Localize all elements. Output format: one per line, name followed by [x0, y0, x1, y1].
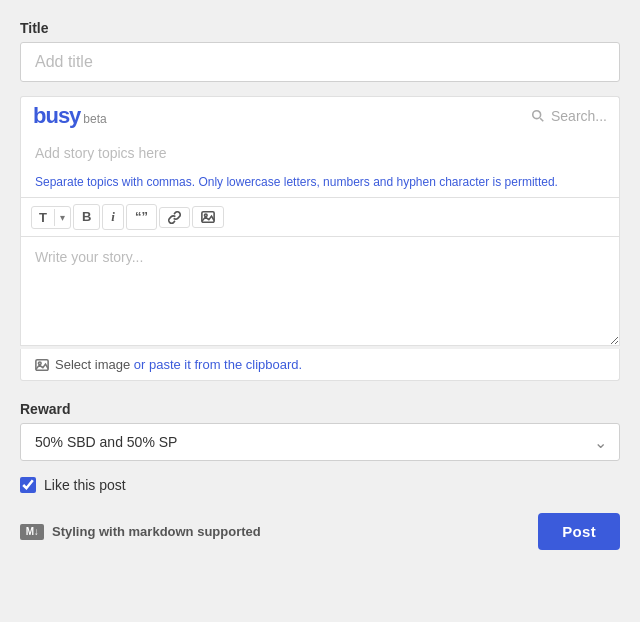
title-input[interactable] — [20, 42, 620, 82]
editor-toolbar: T ▾ B i “” — [20, 197, 620, 236]
image-select-text: Select image or paste it from the clipbo… — [55, 357, 302, 372]
bold-button[interactable]: B — [73, 204, 100, 230]
markdown-label: Styling with markdown supported — [52, 524, 261, 539]
svg-point-0 — [533, 111, 541, 119]
svg-line-1 — [540, 118, 543, 121]
text-style-button[interactable]: T — [32, 207, 54, 228]
topics-hint: Separate topics with commas. Only lowerc… — [20, 171, 620, 197]
svg-point-3 — [204, 214, 207, 217]
image-select-icon — [35, 358, 49, 372]
reward-label: Reward — [20, 401, 620, 417]
busy-logo-text: busy — [33, 103, 80, 129]
svg-point-5 — [39, 362, 42, 365]
text-style-arrow[interactable]: ▾ — [54, 209, 70, 226]
busy-bar: busy beta Search... — [20, 96, 620, 135]
markdown-badge: M↓ Styling with markdown supported — [20, 524, 261, 540]
like-row: Like this post — [20, 477, 620, 493]
reward-select[interactable]: 50% SBD and 50% SP 100% SP Decline Payou… — [21, 424, 619, 460]
footer: M↓ Styling with markdown supported Post — [20, 513, 620, 550]
post-button[interactable]: Post — [538, 513, 620, 550]
markdown-icon: M↓ — [20, 524, 44, 540]
search-area[interactable]: Search... — [531, 108, 607, 124]
image-toolbar-button[interactable] — [192, 206, 224, 228]
search-placeholder: Search... — [551, 108, 607, 124]
topics-input[interactable] — [20, 135, 620, 171]
busy-logo: busy beta — [33, 103, 107, 129]
story-editor[interactable] — [20, 236, 620, 346]
like-label[interactable]: Like this post — [44, 477, 126, 493]
main-container: Title busy beta Search... Separate topic… — [20, 20, 620, 550]
busy-beta-label: beta — [83, 112, 106, 126]
like-checkbox[interactable] — [20, 477, 36, 493]
text-style-dropdown[interactable]: T ▾ — [31, 206, 71, 229]
image-toolbar-icon — [201, 210, 215, 224]
quote-button[interactable]: “” — [126, 204, 157, 230]
clipboard-link: or paste it from the clipboard. — [130, 357, 302, 372]
reward-select-wrapper: 50% SBD and 50% SP 100% SP Decline Payou… — [20, 423, 620, 461]
link-button[interactable] — [159, 207, 190, 228]
image-select-bar[interactable]: Select image or paste it from the clipbo… — [20, 349, 620, 381]
link-icon — [168, 211, 181, 224]
reward-section: Reward 50% SBD and 50% SP 100% SP Declin… — [20, 401, 620, 461]
text-style-icon: T — [39, 210, 47, 225]
title-label: Title — [20, 20, 620, 36]
italic-button[interactable]: i — [102, 204, 124, 230]
search-icon — [531, 109, 545, 123]
topics-hint-link: Only lowercase letters, numbers and hyph… — [198, 175, 558, 189]
topics-hint-prefix: Separate topics with commas. — [35, 175, 198, 189]
